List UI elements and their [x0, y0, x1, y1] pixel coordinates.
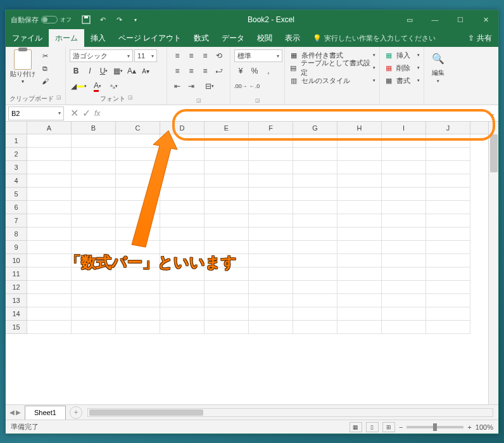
row-header[interactable]: 15 — [6, 321, 27, 334]
cell[interactable] — [116, 134, 160, 148]
cell[interactable] — [72, 161, 116, 174]
cancel-formula-icon[interactable]: ✕ — [70, 107, 79, 119]
cell[interactable] — [205, 281, 249, 294]
cell[interactable] — [116, 214, 160, 228]
cell[interactable] — [337, 201, 382, 214]
cell[interactable] — [72, 134, 116, 148]
cell[interactable] — [160, 174, 205, 188]
increase-font-button[interactable]: A▴ — [125, 65, 138, 77]
cell[interactable] — [426, 307, 470, 321]
cell[interactable] — [116, 294, 160, 307]
column-header[interactable]: G — [293, 122, 337, 134]
cut-button[interactable]: ✂ — [39, 51, 51, 61]
zoom-thumb[interactable] — [433, 423, 437, 431]
cell[interactable] — [382, 321, 426, 334]
ribbon-options-icon[interactable]: ▭ — [397, 10, 422, 29]
cell[interactable] — [116, 161, 160, 174]
row-header[interactable]: 5 — [6, 188, 27, 201]
orientation-button[interactable]: ⟲ — [213, 49, 225, 62]
qat-customize-icon[interactable]: ▾ — [130, 14, 141, 25]
cell[interactable] — [205, 161, 249, 174]
cell[interactable] — [205, 241, 249, 254]
cell[interactable] — [382, 188, 426, 201]
cell[interactable] — [72, 321, 116, 334]
cell[interactable] — [72, 214, 116, 228]
autosave-toggle[interactable]: 自動保存 オフ — [6, 15, 77, 25]
cell[interactable] — [249, 254, 293, 267]
cell[interactable] — [27, 201, 72, 214]
row-header[interactable]: 12 — [6, 281, 27, 294]
grid[interactable]: ABCDEFGHIJ 123456789101112131415 — [6, 122, 488, 404]
cell[interactable] — [382, 174, 426, 188]
minimize-button[interactable]: — — [422, 10, 448, 29]
tab-insert[interactable]: 挿入 — [84, 29, 112, 47]
cell[interactable] — [337, 174, 382, 188]
cell[interactable] — [116, 281, 160, 294]
cell[interactable] — [205, 267, 249, 281]
cell[interactable] — [249, 148, 293, 161]
cell[interactable] — [116, 307, 160, 321]
increase-indent-button[interactable]: ⇥ — [185, 80, 198, 93]
cell[interactable] — [293, 281, 337, 294]
cell[interactable] — [27, 321, 72, 334]
decrease-decimal-button[interactable]: ←.0 — [248, 80, 261, 93]
cell[interactable] — [72, 148, 116, 161]
cell[interactable] — [337, 307, 382, 321]
cell[interactable] — [249, 267, 293, 281]
cell[interactable] — [249, 241, 293, 254]
fx-icon[interactable]: fx — [94, 109, 100, 118]
italic-button[interactable]: I — [84, 65, 96, 77]
format-as-table-button[interactable]: ▤ テーブルとして書式設定▾ — [289, 62, 375, 74]
sheet-nav-prev-icon[interactable]: ◀ — [9, 409, 15, 416]
cell[interactable] — [27, 254, 72, 267]
cell[interactable] — [293, 294, 337, 307]
zoom-slider[interactable] — [406, 426, 463, 428]
cell[interactable] — [27, 267, 72, 281]
cell[interactable] — [337, 254, 382, 267]
cell[interactable] — [160, 254, 205, 267]
cell[interactable] — [27, 307, 72, 321]
cell[interactable] — [426, 228, 470, 241]
cell[interactable] — [160, 228, 205, 241]
delete-cells-button[interactable]: ▦ 削除▾ — [384, 62, 420, 74]
cell[interactable] — [382, 294, 426, 307]
cell[interactable] — [249, 161, 293, 174]
sheet-tab[interactable]: Sheet1 — [25, 406, 66, 420]
cell[interactable] — [382, 281, 426, 294]
scrollbar-thumb[interactable] — [490, 134, 498, 172]
cell[interactable] — [72, 228, 116, 241]
cell[interactable] — [160, 307, 205, 321]
cell[interactable] — [160, 148, 205, 161]
cell[interactable] — [337, 281, 382, 294]
cell[interactable] — [249, 294, 293, 307]
cell[interactable] — [27, 294, 72, 307]
cell[interactable] — [426, 254, 470, 267]
cell[interactable] — [205, 188, 249, 201]
cell[interactable] — [27, 174, 72, 188]
cell[interactable] — [27, 214, 72, 228]
tab-data[interactable]: データ — [215, 29, 251, 47]
cell[interactable] — [249, 228, 293, 241]
cell[interactable] — [337, 228, 382, 241]
font-color-button[interactable]: A▾ — [89, 80, 106, 93]
zoom-in-button[interactable]: + — [467, 423, 471, 431]
cell[interactable] — [382, 228, 426, 241]
cell[interactable] — [160, 321, 205, 334]
cell[interactable] — [337, 188, 382, 201]
row-header[interactable]: 4 — [6, 174, 27, 188]
column-header[interactable]: H — [337, 122, 382, 134]
cell[interactable] — [382, 201, 426, 214]
cell[interactable] — [160, 161, 205, 174]
cell[interactable] — [426, 148, 470, 161]
scrollbar-thumb[interactable] — [89, 409, 203, 416]
add-sheet-button[interactable]: ＋ — [70, 406, 82, 419]
normal-view-button[interactable]: ▦ — [350, 422, 362, 432]
formula-bar-input[interactable] — [105, 106, 488, 120]
cell[interactable] — [426, 241, 470, 254]
cell[interactable] — [205, 228, 249, 241]
cell[interactable] — [160, 188, 205, 201]
cell[interactable] — [72, 281, 116, 294]
cell[interactable] — [160, 294, 205, 307]
column-header[interactable]: I — [382, 122, 426, 134]
cell[interactable] — [249, 321, 293, 334]
